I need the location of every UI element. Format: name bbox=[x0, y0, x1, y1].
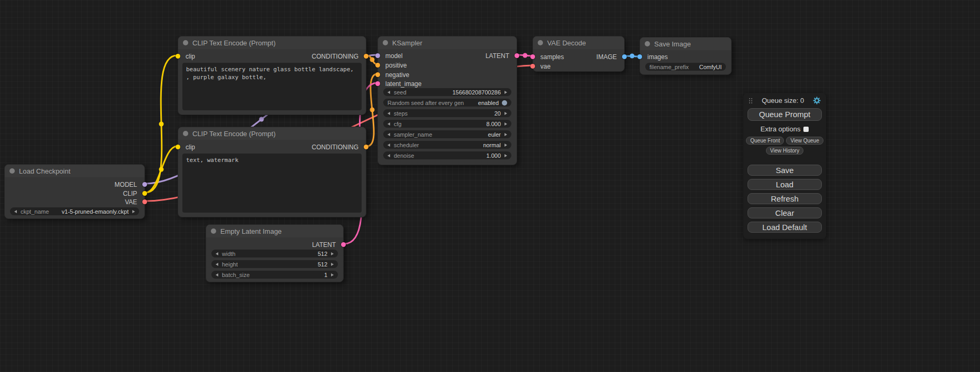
output-dot-conditioning[interactable] bbox=[364, 54, 368, 59]
widget-cfg[interactable]: cfg 8.000 bbox=[383, 120, 511, 128]
output-dot-latent[interactable] bbox=[341, 242, 346, 247]
node-save-image[interactable]: Save Image images filename_prefix ComfyU… bbox=[639, 37, 732, 75]
increment-arrow-icon[interactable] bbox=[504, 122, 507, 126]
graph-canvas[interactable]: Load Checkpoint MODEL CLIP VAE ckpt_name… bbox=[0, 0, 980, 372]
queue-prompt-button[interactable]: Queue Prompt bbox=[748, 108, 822, 121]
node-title-bar[interactable]: Save Image bbox=[640, 37, 731, 50]
slot-label: latent_image bbox=[385, 80, 422, 88]
decrement-arrow-icon[interactable] bbox=[387, 91, 390, 94]
link-midpoint-dot bbox=[523, 53, 528, 58]
increment-arrow-icon[interactable] bbox=[504, 144, 507, 147]
widget-steps[interactable]: steps 20 bbox=[383, 109, 511, 117]
output-slot-clip: CLIP bbox=[5, 189, 144, 198]
decrement-arrow-icon[interactable] bbox=[216, 273, 218, 276]
decrement-arrow-icon[interactable] bbox=[387, 144, 390, 147]
output-dot-conditioning[interactable] bbox=[364, 145, 368, 149]
output-dot-clip[interactable] bbox=[142, 191, 147, 196]
link-midpoint-dot bbox=[159, 167, 164, 172]
drag-handle-icon[interactable] bbox=[749, 98, 753, 104]
prompt-text-area[interactable]: beautiful scenery nature glass bottle la… bbox=[182, 63, 362, 110]
widget-value: 20 bbox=[494, 110, 501, 117]
input-dot-negative[interactable] bbox=[375, 72, 380, 77]
widget-height[interactable]: height 512 bbox=[211, 260, 338, 268]
collapse-dot-icon[interactable] bbox=[645, 41, 650, 46]
node-vae-decode[interactable]: VAE Decode samples IMAGE vae bbox=[532, 36, 625, 72]
node-title: Save Image bbox=[654, 40, 691, 48]
node-empty-latent-image[interactable]: Empty Latent Image LATENT width 512 heig… bbox=[206, 224, 344, 282]
settings-gear-icon[interactable] bbox=[813, 97, 821, 104]
refresh-button[interactable]: Refresh bbox=[748, 193, 822, 204]
view-queue-button[interactable]: View Queue bbox=[786, 137, 823, 145]
node-title-bar[interactable]: CLIP Text Encode (Prompt) bbox=[178, 36, 366, 49]
load-default-button[interactable]: Load Default bbox=[748, 222, 822, 233]
node-clip-text-encode-positive[interactable]: CLIP Text Encode (Prompt) clip CONDITION… bbox=[178, 36, 366, 115]
widget-ckpt-name[interactable]: ckpt_name v1-5-pruned-emaonly.ckpt bbox=[10, 207, 139, 215]
collapse-dot-icon[interactable] bbox=[211, 228, 216, 234]
increment-arrow-icon[interactable] bbox=[331, 263, 334, 266]
slot-label: CLIP bbox=[123, 190, 137, 197]
decrement-arrow-icon[interactable] bbox=[14, 210, 17, 213]
node-title-bar[interactable]: VAE Decode bbox=[533, 36, 624, 49]
link-midpoint-dot bbox=[159, 122, 164, 127]
node-title: VAE Decode bbox=[547, 39, 586, 47]
widget-seed[interactable]: seed 156680208700286 bbox=[383, 88, 511, 96]
collapse-dot-icon[interactable] bbox=[183, 40, 188, 45]
widget-batch-size[interactable]: batch_size 1 bbox=[211, 271, 338, 279]
node-title-bar[interactable]: KSampler bbox=[378, 36, 517, 49]
widget-random-seed-toggle[interactable]: Random seed after every gen enabled bbox=[383, 99, 511, 107]
output-slot-conditioning: CONDITIONING bbox=[178, 142, 366, 151]
widget-scheduler[interactable]: scheduler normal bbox=[383, 141, 511, 149]
output-dot-model[interactable] bbox=[142, 182, 147, 187]
prompt-text-area[interactable]: text, watermark bbox=[182, 154, 362, 213]
increment-arrow-icon[interactable] bbox=[331, 252, 334, 255]
toggle-knob-icon[interactable] bbox=[502, 100, 507, 106]
input-dot-positive[interactable] bbox=[375, 63, 380, 68]
collapse-dot-icon[interactable] bbox=[183, 131, 188, 136]
queue-front-button[interactable]: Queue Front bbox=[746, 137, 784, 145]
clear-button[interactable]: Clear bbox=[748, 207, 822, 218]
extra-options-checkbox[interactable] bbox=[803, 127, 809, 132]
decrement-arrow-icon[interactable] bbox=[387, 154, 390, 157]
node-load-checkpoint[interactable]: Load Checkpoint MODEL CLIP VAE ckpt_name… bbox=[4, 164, 145, 219]
extra-options-row: Extra options bbox=[748, 125, 822, 133]
widget-name: height bbox=[222, 261, 238, 268]
widget-filename-prefix[interactable]: filename_prefix ComfyUI bbox=[645, 63, 726, 71]
widget-denoise[interactable]: denoise 1.000 bbox=[383, 151, 511, 159]
widget-sampler-name[interactable]: sampler_name euler bbox=[383, 130, 511, 138]
slot-label: CONDITIONING bbox=[312, 144, 358, 151]
link-midpoint-dot bbox=[259, 117, 264, 122]
decrement-arrow-icon[interactable] bbox=[387, 112, 390, 115]
save-button[interactable]: Save bbox=[748, 165, 822, 176]
decrement-arrow-icon[interactable] bbox=[387, 133, 390, 136]
node-title-bar[interactable]: CLIP Text Encode (Prompt) bbox=[178, 127, 366, 140]
node-title-bar[interactable]: Empty Latent Image bbox=[206, 225, 343, 237]
increment-arrow-icon[interactable] bbox=[504, 154, 507, 157]
node-ksampler[interactable]: KSampler model LATENT positive negative … bbox=[377, 36, 517, 165]
view-history-button[interactable]: View History bbox=[766, 147, 803, 155]
collapse-dot-icon[interactable] bbox=[383, 40, 388, 45]
node-title: CLIP Text Encode (Prompt) bbox=[192, 39, 276, 47]
widget-width[interactable]: width 512 bbox=[211, 250, 338, 257]
input-dot-images[interactable] bbox=[637, 54, 642, 59]
increment-arrow-icon[interactable] bbox=[132, 210, 135, 213]
output-dot-image[interactable] bbox=[622, 54, 627, 59]
node-title-bar[interactable]: Load Checkpoint bbox=[5, 165, 144, 177]
increment-arrow-icon[interactable] bbox=[504, 112, 507, 115]
node-clip-text-encode-negative[interactable]: CLIP Text Encode (Prompt) clip CONDITION… bbox=[178, 127, 366, 217]
decrement-arrow-icon[interactable] bbox=[387, 122, 390, 126]
decrement-arrow-icon[interactable] bbox=[216, 252, 218, 255]
collapse-dot-icon[interactable] bbox=[9, 168, 15, 174]
increment-arrow-icon[interactable] bbox=[504, 133, 507, 136]
slot-label: LATENT bbox=[312, 241, 336, 249]
increment-arrow-icon[interactable] bbox=[331, 273, 334, 276]
collapse-dot-icon[interactable] bbox=[538, 40, 543, 45]
output-dot-vae[interactable] bbox=[142, 199, 147, 204]
increment-arrow-icon[interactable] bbox=[504, 91, 507, 94]
input-dot-vae[interactable] bbox=[530, 64, 535, 69]
output-dot-latent[interactable] bbox=[515, 53, 519, 58]
input-dot-latent-image[interactable] bbox=[375, 81, 380, 86]
widget-name: filename_prefix bbox=[649, 64, 689, 70]
decrement-arrow-icon[interactable] bbox=[216, 263, 218, 266]
widget-value: euler bbox=[488, 131, 501, 138]
load-button[interactable]: Load bbox=[748, 179, 822, 190]
